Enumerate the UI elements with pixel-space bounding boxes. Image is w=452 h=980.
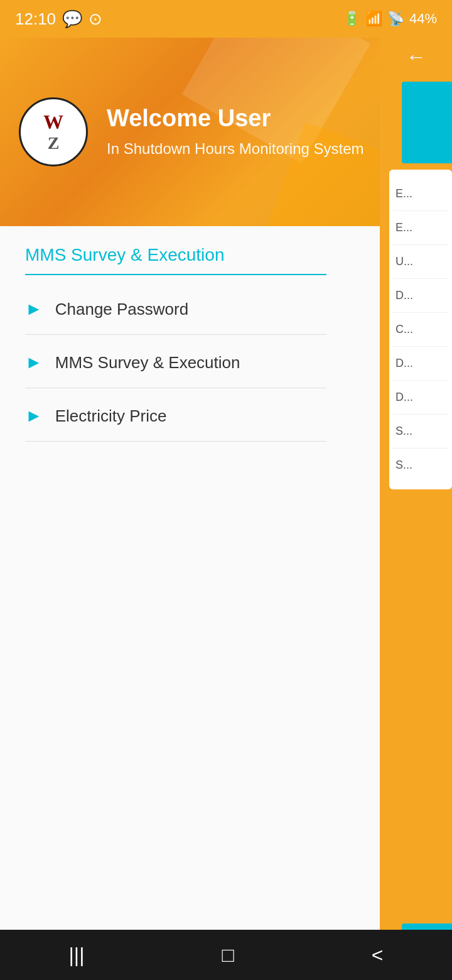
menu-item-change-password[interactable]: ► Change Password <box>25 281 326 335</box>
left-panel: WZ Welcome User In Shutdown Hours Monito… <box>0 38 383 967</box>
right-panel-item-e2: E... <box>393 211 448 245</box>
back-arrow-icon[interactable]: ← <box>406 45 426 68</box>
welcome-title: Welcome User <box>107 105 364 132</box>
right-panel-item-u: U... <box>393 245 448 279</box>
header-banner: WZ Welcome User In Shutdown Hours Monito… <box>0 38 383 226</box>
home-button[interactable]: □ <box>203 937 252 973</box>
battery-percent: 44% <box>409 11 437 27</box>
section-title: MMS Survey & Execution <box>25 245 326 275</box>
right-white-panel: E... E... U... D... C... D... D... S... … <box>389 170 452 489</box>
welcome-subtitle: In Shutdown Hours Monitoring System <box>107 138 364 160</box>
right-panel-item-s2: S... <box>393 449 448 482</box>
main-content: MMS Survey & Execution ► Change Password… <box>0 226 383 967</box>
signal-icon: 📡 <box>387 11 404 27</box>
menu-item-electricity-price[interactable]: ► Electricity Price <box>25 388 326 442</box>
wifi-icon: 📶 <box>365 11 382 27</box>
logo-circle: WZ <box>19 97 88 166</box>
arrow-icon-mms-survey: ► <box>25 352 43 373</box>
right-panel-item-d2: D... <box>393 347 448 381</box>
arrow-icon-electricity-price: ► <box>25 406 43 426</box>
menu-label-electricity-price: Electricity Price <box>55 406 167 426</box>
app-layout: WZ Welcome User In Shutdown Hours Monito… <box>0 38 452 967</box>
menu-item-mms-survey[interactable]: ► MMS Survey & Execution <box>25 335 326 388</box>
recent-apps-button[interactable]: ||| <box>50 937 104 973</box>
status-time-area: 12:10 💬 ⊙ <box>15 9 102 29</box>
nav-bar: ||| □ < <box>0 930 452 980</box>
message-icon: 💬 <box>62 9 82 29</box>
arrow-icon-change-password: ► <box>25 299 43 319</box>
status-bar: 12:10 💬 ⊙ 🔋 📶 📡 44% <box>0 0 452 38</box>
back-button[interactable]: < <box>353 937 402 973</box>
sync-icon: ⊙ <box>89 9 102 29</box>
right-panel-item-e1: E... <box>393 177 448 211</box>
right-panel-item-c: C... <box>393 313 448 347</box>
right-panel: ← E... E... U... D... C... D... D... S..… <box>380 38 452 980</box>
right-orange-area <box>380 496 452 923</box>
menu-label-mms-survey: MMS Survey & Execution <box>55 353 240 373</box>
right-teal-top <box>402 82 452 163</box>
battery-icon: 🔋 <box>343 11 360 27</box>
header-text: Welcome User In Shutdown Hours Monitorin… <box>107 105 364 160</box>
back-button-area[interactable]: ← <box>380 38 452 75</box>
right-panel-item-s1: S... <box>393 415 448 449</box>
status-icons: 🔋 📶 📡 44% <box>343 11 437 27</box>
right-panel-item-d3: D... <box>393 381 448 415</box>
menu-label-change-password: Change Password <box>55 300 188 319</box>
clock: 12:10 <box>15 9 56 29</box>
right-panel-item-d1: D... <box>393 279 448 313</box>
logo-text: WZ <box>43 112 63 152</box>
